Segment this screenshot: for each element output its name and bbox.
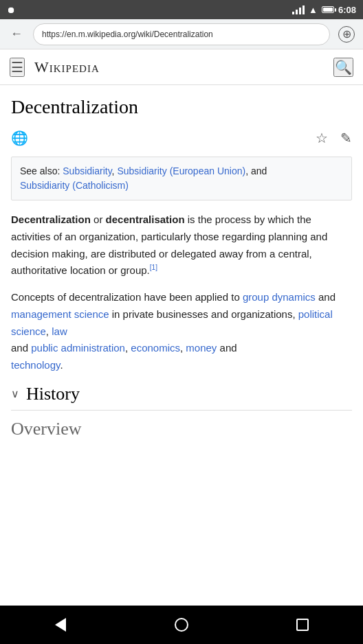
signal-icon [292,5,305,14]
action-icons: ☆ ✎ [316,130,352,146]
second-paragraph: Concepts of decentralization have been a… [11,289,352,374]
search-icon: 🔍 [335,60,352,75]
see-also-prefix: See also: [20,165,63,176]
language-icon: 🌐 [11,130,28,146]
back-icon: ← [10,27,23,41]
hamburger-icon: ☰ [11,60,23,75]
page-title: Decentralization [11,96,352,118]
time-display: 6:08 [338,5,356,15]
action-bar: 🌐 ☆ ✎ [11,129,352,147]
see-also-link-subsidiarity[interactable]: Subsidiarity [63,165,111,176]
history-section-title: History [26,384,80,404]
url-text: https://en.m.wikipedia.org/wiki/Decentra… [42,30,213,39]
overview-section-title-partial: Overview [11,419,82,435]
see-also-link-subsidiarity-catholicism[interactable]: Subsidiarity (Catholicism) [20,180,129,191]
link-law[interactable]: law [52,325,67,337]
language-button[interactable]: 🌐 [11,129,28,147]
hamburger-menu-button[interactable]: ☰ [10,58,25,77]
address-bar: ← https://en.m.wikipedia.org/wiki/Decent… [0,19,363,49]
link-technology[interactable]: technology [11,359,60,371]
history-chevron-icon: ∨ [11,387,19,400]
and2: and [11,342,31,354]
recents-nav-icon [296,619,309,631]
and3: and [217,342,236,354]
record-icon: ⏺ [7,5,16,15]
back-nav-icon [55,618,66,632]
search-button[interactable]: 🔍 [333,58,353,77]
menu-icon: ⊕ [338,26,355,43]
nav-bar [0,606,363,644]
wikipedia-logo: Wikipedia [34,58,324,76]
overview-section-partial: Overview [11,411,352,435]
link-group-dynamics[interactable]: group dynamics [243,291,316,303]
link-management-science[interactable]: management science [11,308,109,320]
star-button[interactable]: ☆ [316,130,328,146]
url-display[interactable]: https://en.m.wikipedia.org/wiki/Decentra… [33,23,330,45]
second-para-prefix: Concepts of decentralization have been a… [11,291,243,303]
wikipedia-logo-text: Wikipedia [34,58,100,76]
page-content: Decentralization 🌐 ☆ ✎ See also: Subsidi… [0,85,363,435]
link-money[interactable]: money [186,342,217,354]
status-left: ⏺ [7,5,16,15]
period: . [60,359,63,371]
history-section-header[interactable]: ∨ History [11,384,352,411]
main-paragraph: Decentralization or decentralisation is … [11,211,352,279]
see-also-and: , and [245,165,267,176]
wifi-icon: ▲ [309,5,318,15]
wiki-header: ☰ Wikipedia 🔍 [0,49,363,85]
or-text: or [91,214,106,225]
link-economics[interactable]: economics [131,342,180,354]
status-bar: ⏺ ▲ 6:08 [0,0,363,19]
home-nav-button[interactable] [161,611,202,639]
ref-1: [1] [150,264,157,271]
back-nav-button[interactable] [40,611,81,639]
battery-icon [322,6,334,13]
home-nav-icon [175,618,188,632]
bold-decentralisation: decentralisation [106,214,185,225]
edit-button[interactable]: ✎ [340,130,352,146]
link-public-administration[interactable]: public administration [31,342,125,354]
in-private: in private businesses and organizations, [109,308,298,320]
bold-decentralization: Decentralization [11,214,91,225]
back-button[interactable]: ← [6,23,28,45]
see-also-box: See also: Subsidiarity, Subsidiarity (Eu… [11,157,352,200]
status-right: ▲ 6:08 [292,5,356,15]
browser-menu-button[interactable]: ⊕ [336,23,358,45]
and1: and [316,291,336,303]
comma-law: , [46,325,52,337]
recents-nav-button[interactable] [282,611,323,639]
see-also-link-subsidiarity-eu[interactable]: Subsidiarity (European Union) [117,165,245,176]
